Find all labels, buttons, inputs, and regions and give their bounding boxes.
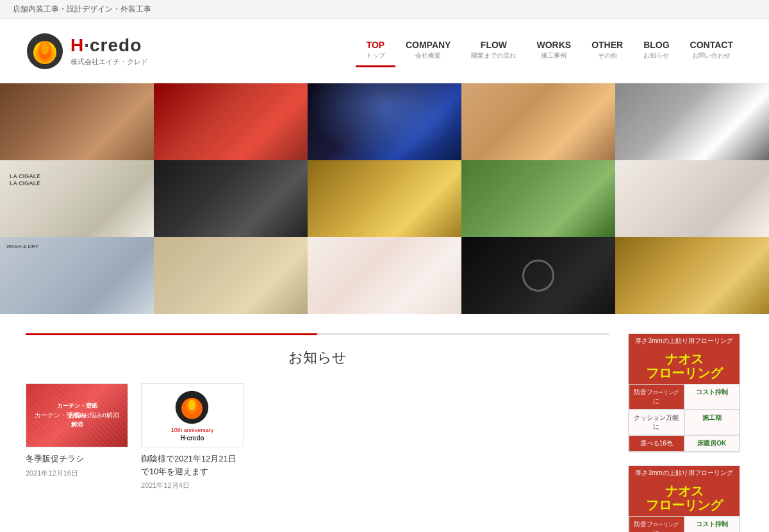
nav-company[interactable]: COMPANY 会社概要 bbox=[395, 35, 461, 67]
top-bar: 店舗内装工事・設計デザイン・外装工事 bbox=[0, 0, 769, 19]
news-thumb-2: 10th anniversary H·credo bbox=[141, 383, 244, 447]
nav-other[interactable]: OTHER その他 bbox=[581, 35, 633, 67]
banner-grid-2: 防音フローリングに コスト抑制 クッション万能に 施工期 bbox=[629, 516, 740, 532]
header: H·credo 株式会社エイチ・クレド TOP トップ COMPANY 会社概要… bbox=[0, 19, 769, 83]
photo-cell-13[interactable] bbox=[308, 237, 461, 314]
news-thumb-1: カーテン・壁紙お悩み解消 bbox=[26, 383, 128, 447]
photo-cell-2[interactable] bbox=[154, 83, 308, 160]
banner-cell-b2-2: コスト抑制 bbox=[684, 516, 740, 532]
logo-icon bbox=[26, 32, 64, 71]
photo-cell-8[interactable] bbox=[308, 160, 461, 237]
news-date-1: 2021年12月16日 bbox=[26, 469, 128, 478]
photo-cell-5[interactable] bbox=[615, 83, 769, 160]
nav-contact-jp: お問い合わせ bbox=[692, 51, 731, 60]
svg-point-3 bbox=[41, 42, 49, 55]
banner-cell-2: コスト抑制 bbox=[684, 384, 740, 410]
news-item-1[interactable]: カーテン・壁紙お悩み解消 冬季販促チラシ 2021年12月16日 bbox=[26, 383, 128, 490]
nav-works[interactable]: WORKS 施工事例 bbox=[526, 35, 581, 67]
banner-cell-6: 床暖房OK bbox=[684, 435, 740, 452]
nav-works-jp: 施工事例 bbox=[541, 51, 566, 60]
photo-cell-1[interactable] bbox=[0, 83, 154, 160]
nav-other-en: OTHER bbox=[591, 40, 623, 50]
hcredo-logo-thumb bbox=[174, 390, 210, 425]
main-nav: TOP トップ COMPANY 会社概要 FLOW 開業までの流れ WORKS … bbox=[356, 35, 743, 67]
nav-company-jp: 会社概要 bbox=[415, 51, 441, 60]
side-banner-2[interactable]: 厚さ3mmの上貼り用フローリング ナオス フローリング 防音フローリングに コス… bbox=[628, 465, 740, 532]
banner-top-1: 厚さ3mmの上貼り用フローリング bbox=[629, 334, 740, 348]
tagline: 店舗内装工事・設計デザイン・外装工事 bbox=[13, 4, 151, 13]
banner-cell-5: 選べる16色 bbox=[629, 435, 684, 452]
photo-cell-10[interactable] bbox=[615, 160, 769, 237]
content-left: お知らせ カーテン・壁紙お悩み解消 冬季販促チラシ 2021年12月16日 bbox=[26, 333, 609, 532]
photo-cell-11[interactable]: WASH & DRY bbox=[0, 237, 154, 314]
anniversary-label: 10th anniversary bbox=[171, 427, 214, 433]
photo-cell-12[interactable] bbox=[154, 237, 308, 314]
nav-top-en: TOP bbox=[367, 40, 385, 50]
news-title-1: 冬季販促チラシ bbox=[26, 453, 128, 465]
nav-flow[interactable]: FLOW 開業までの流れ bbox=[461, 35, 526, 67]
news-list: カーテン・壁紙お悩み解消 冬季販促チラシ 2021年12月16日 bbox=[26, 383, 609, 490]
nav-blog-en: BLOG bbox=[643, 40, 669, 50]
banner-title-1: ナオス フローリング bbox=[629, 348, 740, 384]
nav-blog[interactable]: BLOG お知らせ bbox=[633, 35, 679, 67]
photo-cell-14[interactable] bbox=[461, 237, 615, 314]
logo-text: H·credo 株式会社エイチ・クレド bbox=[70, 35, 148, 67]
banner-cell-3: クッション万能に bbox=[629, 410, 684, 435]
section-separator bbox=[26, 333, 609, 335]
photo-cell-4[interactable] bbox=[461, 83, 615, 160]
logo-h: H bbox=[70, 35, 84, 55]
logo-area[interactable]: H·credo 株式会社エイチ・クレド bbox=[26, 32, 148, 71]
photo-cell-7[interactable] bbox=[154, 160, 308, 237]
section-title: お知らせ bbox=[26, 348, 609, 367]
hcredo-label: H·credo bbox=[180, 435, 204, 442]
sidebar: 厚さ3mmの上貼り用フローリング ナオス フローリング 防音フローリングに コス… bbox=[628, 333, 743, 532]
nav-flow-en: FLOW bbox=[481, 40, 507, 50]
nav-top-jp: トップ bbox=[366, 51, 385, 60]
banner-grid-1: 防音フローリングに コスト抑制 クッション万能に 施工期 選べる16色 床暖房O… bbox=[629, 384, 740, 452]
banner-cell-4: 施工期 bbox=[684, 410, 740, 435]
photo-grid: LA CIGALELA CIGALE WASH & DRY bbox=[0, 83, 769, 314]
nav-blog-jp: お知らせ bbox=[643, 51, 669, 60]
side-banner-1[interactable]: 厚さ3mmの上貼り用フローリング ナオス フローリング 防音フローリングに コス… bbox=[628, 333, 740, 453]
logo-name: H·credo bbox=[70, 35, 148, 56]
banner-top-2: 厚さ3mmの上貼り用フローリング bbox=[629, 466, 740, 480]
banner-title-2: ナオス フローリング bbox=[629, 480, 740, 516]
nav-contact[interactable]: CONTACT お問い合わせ bbox=[680, 35, 743, 67]
logo-subtitle: 株式会社エイチ・クレド bbox=[70, 57, 148, 67]
nav-works-en: WORKS bbox=[536, 40, 571, 50]
main-content: お知らせ カーテン・壁紙お悩み解消 冬季販促チラシ 2021年12月16日 bbox=[0, 314, 769, 532]
news-item-2[interactable]: 10th anniversary H·credo 御陰様で2021年12月21日… bbox=[141, 383, 244, 490]
nav-company-en: COMPANY bbox=[406, 40, 451, 50]
photo-cell-9[interactable] bbox=[461, 160, 615, 237]
nav-top[interactable]: TOP トップ bbox=[356, 35, 395, 67]
svg-point-7 bbox=[188, 399, 195, 410]
nav-flow-jp: 開業までの流れ bbox=[471, 51, 516, 60]
nav-other-jp: その他 bbox=[598, 51, 617, 60]
photo-cell-3[interactable] bbox=[308, 83, 461, 160]
banner-cell-b2-1: 防音フローリングに bbox=[629, 516, 684, 532]
news-title-2: 御陰様で2021年12月21日で10年を迎えます bbox=[141, 453, 244, 478]
banner-cell-1: 防音フローリングに bbox=[629, 384, 684, 410]
photo-cell-15[interactable] bbox=[615, 237, 769, 314]
photo-cell-6[interactable]: LA CIGALELA CIGALE bbox=[0, 160, 154, 237]
news-date-2: 2021年12月4日 bbox=[141, 481, 244, 490]
nav-contact-en: CONTACT bbox=[690, 40, 733, 50]
